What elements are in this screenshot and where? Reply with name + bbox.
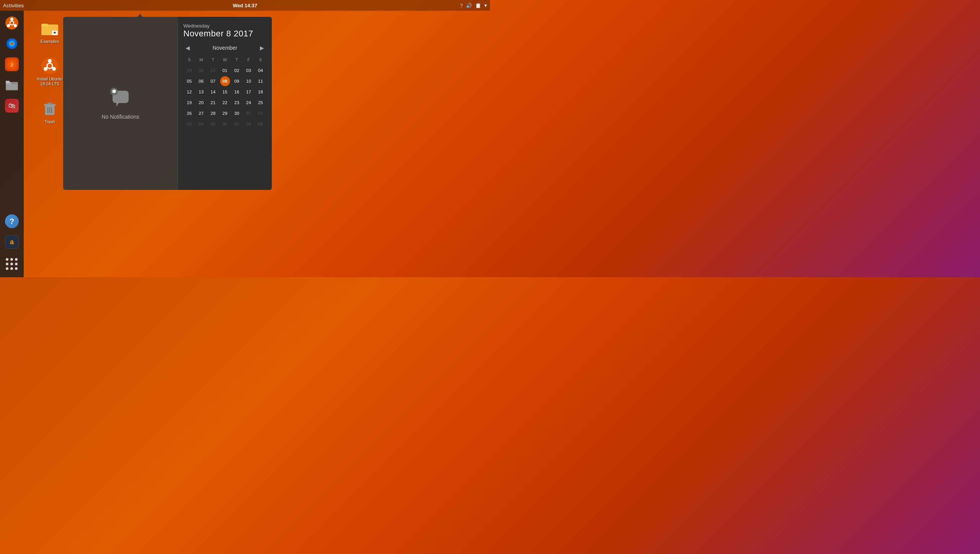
top-bar: Activities Wed 14:37 ? 🔊 📋 ▾ — [0, 0, 490, 11]
examples-folder-icon — [41, 19, 59, 38]
dock-item-ubuntu[interactable] — [3, 14, 21, 32]
cal-header-f: F — [244, 55, 254, 65]
cal-day-14[interactable]: 14 — [208, 87, 218, 97]
notifications-area: ✱ No Notifications — [63, 17, 178, 190]
cal-day-02-dec[interactable]: 02 — [256, 108, 266, 118]
cal-day-31-oct[interactable]: 31 — [208, 65, 218, 75]
activities-label[interactable]: Activities — [3, 3, 24, 8]
dock-bottom: ? a — [3, 212, 21, 277]
cal-day-03-dec[interactable]: 03 — [185, 119, 194, 129]
cal-week-5: 26 27 28 29 30 01 02 — [183, 108, 266, 118]
top-bar-left: Activities — [3, 3, 24, 8]
trash-icon — [41, 100, 59, 118]
cal-full-date: November 8 2017 — [183, 29, 266, 39]
cal-day-17[interactable]: 17 — [244, 87, 254, 97]
cal-day-10[interactable]: 10 — [244, 76, 254, 86]
cal-day-13[interactable]: 13 — [196, 87, 206, 97]
cal-day-20[interactable]: 20 — [196, 98, 206, 108]
cal-day-04-dec[interactable]: 04 — [196, 119, 206, 129]
cal-day-01[interactable]: 01 — [220, 65, 230, 75]
volume-icon[interactable]: 🔊 — [466, 3, 472, 8]
svg-rect-14 — [7, 84, 17, 90]
trash-label: Trash — [44, 119, 55, 124]
clipboard-icon[interactable]: 📋 — [475, 3, 481, 8]
cal-prev-month[interactable]: ◀ — [183, 44, 192, 52]
cal-day-26[interactable]: 26 — [185, 108, 194, 118]
install-ubuntu-label: Install Ubuntu18.04 LTS — [37, 77, 62, 87]
svg-rect-17 — [41, 24, 48, 27]
cal-day-18[interactable]: 18 — [256, 87, 266, 97]
cal-day-08-dec[interactable]: 08 — [244, 119, 254, 129]
calendar-panel: Wednesday November 8 2017 ◀ November ▶ S… — [178, 17, 272, 190]
desktop-icon-trash[interactable]: Trash — [34, 100, 65, 124]
examples-label: Examples — [41, 39, 59, 44]
top-bar-right: ? 🔊 📋 ▾ — [460, 2, 487, 8]
cal-days-header: S M T W T F S — [183, 55, 266, 65]
dock-item-firefox[interactable] — [3, 34, 21, 53]
desktop-icon-examples[interactable]: Examples — [34, 19, 65, 44]
svg-text:✱: ✱ — [112, 88, 116, 95]
cal-day-27[interactable]: 27 — [196, 108, 206, 118]
cal-header-s1: S — [185, 55, 194, 65]
cal-day-09-dec[interactable]: 09 — [256, 119, 266, 129]
cal-day-25[interactable]: 25 — [256, 98, 266, 108]
cal-day-06[interactable]: 06 — [196, 76, 206, 86]
cal-day-22[interactable]: 22 — [220, 98, 230, 108]
cal-header-date: Wednesday November 8 2017 — [183, 23, 266, 39]
cal-header-w: W — [220, 55, 230, 65]
cal-month-nav: ◀ November ▶ — [183, 44, 266, 52]
cal-day-01-dec[interactable]: 01 — [244, 108, 254, 118]
cal-header-t2: T — [232, 55, 242, 65]
svg-marker-36 — [116, 103, 119, 107]
cal-day-11[interactable]: 11 — [256, 76, 266, 86]
cal-header-s2: S — [256, 55, 266, 65]
main-panel: ✱ No Notifications Wednesday November 8 … — [63, 17, 272, 190]
cal-day-19[interactable]: 19 — [185, 98, 194, 108]
dock-item-show-apps[interactable] — [3, 255, 21, 273]
cal-day-07[interactable]: 07 — [208, 76, 218, 86]
svg-point-10 — [10, 42, 13, 45]
system-menu-arrow[interactable]: ▾ — [484, 2, 487, 8]
cal-day-04[interactable]: 04 — [256, 65, 266, 75]
no-notifications-text: No Notifications — [101, 114, 139, 120]
cal-day-28[interactable]: 28 — [208, 108, 218, 118]
cal-day-30-oct[interactable]: 30 — [196, 65, 206, 75]
cal-next-month[interactable]: ▶ — [258, 44, 266, 52]
cal-day-05[interactable]: 05 — [185, 76, 194, 86]
cal-day-08-today[interactable]: 08 — [220, 76, 230, 86]
svg-rect-31 — [47, 103, 52, 105]
cal-month-name: November — [212, 45, 237, 51]
cal-day-16[interactable]: 16 — [232, 87, 242, 97]
no-notifications-icon: ✱ — [109, 87, 132, 109]
desktop-icon-install-ubuntu[interactable]: Install Ubuntu18.04 LTS — [34, 57, 65, 87]
cal-week-4: 19 20 21 22 23 24 25 — [183, 98, 266, 108]
cal-day-02[interactable]: 02 — [232, 65, 242, 75]
dock-item-rhythmbox[interactable]: ♪ — [3, 55, 21, 74]
cal-day-24[interactable]: 24 — [244, 98, 254, 108]
cal-day-09[interactable]: 09 — [232, 76, 242, 86]
cal-week-3: 12 13 14 15 16 17 18 — [183, 87, 266, 97]
panel-pointer — [137, 14, 143, 18]
cal-day-29-oct[interactable]: 29 — [185, 65, 194, 75]
cal-day-21[interactable]: 21 — [208, 98, 218, 108]
cal-day-03[interactable]: 03 — [244, 65, 254, 75]
cal-day-23[interactable]: 23 — [232, 98, 242, 108]
top-bar-datetime[interactable]: Wed 14:37 — [233, 3, 257, 8]
install-ubuntu-icon — [41, 57, 59, 75]
cal-header-m: M — [196, 55, 206, 65]
cal-day-30[interactable]: 30 — [232, 108, 242, 118]
cal-day-07-dec[interactable]: 07 — [232, 119, 242, 129]
cal-grid: S M T W T F S 29 30 31 01 02 03 04 05 — [183, 55, 266, 129]
dock-item-help[interactable]: ? — [3, 212, 21, 230]
help-icon[interactable]: ? — [460, 3, 463, 8]
cal-day-12[interactable]: 12 — [185, 87, 194, 97]
cal-day-15[interactable]: 15 — [220, 87, 230, 97]
cal-day-name: Wednesday — [183, 23, 266, 29]
dock-item-files[interactable] — [3, 76, 21, 94]
dock-item-amazon[interactable]: a — [3, 233, 21, 251]
cal-day-05-dec[interactable]: 05 — [208, 119, 218, 129]
dock-item-appstore[interactable]: 🛍 — [3, 96, 21, 115]
cal-week-1: 29 30 31 01 02 03 04 — [183, 65, 266, 75]
cal-day-29[interactable]: 29 — [220, 108, 230, 118]
cal-day-06-dec[interactable]: 06 — [220, 119, 230, 129]
